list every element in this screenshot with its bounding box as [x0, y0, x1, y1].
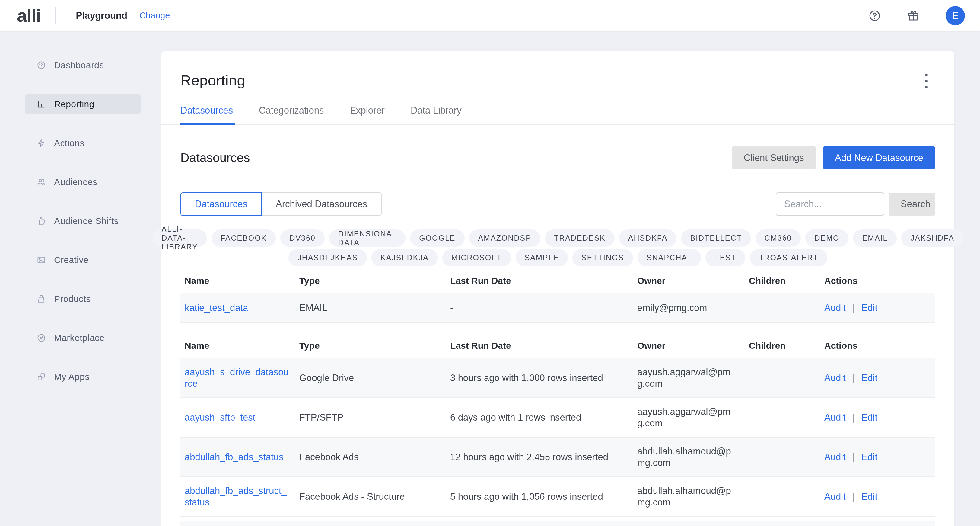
- filter-tag[interactable]: SAMPLE: [515, 249, 568, 266]
- audit-link[interactable]: Audit: [824, 452, 846, 462]
- table-row: aayush_s_drive_datasourceGoogle Drive3 h…: [180, 359, 935, 398]
- filter-tag[interactable]: TRADEDESK: [545, 230, 615, 247]
- sidebar-item-label: Creative: [54, 255, 89, 265]
- reporting-tabs: Datasources Categorizations Explorer Dat…: [161, 105, 955, 125]
- client-name: Playground: [76, 10, 127, 21]
- table-header-row: NameTypeLast Run DateOwnerChildrenAction…: [180, 269, 935, 293]
- filter-tag[interactable]: KAJSFDKJA: [371, 249, 438, 266]
- sidebar-item-audience-shifts[interactable]: Audience Shifts: [25, 211, 141, 231]
- table-row: aayush_sftp_testFTP/SFTP6 days ago with …: [180, 398, 935, 438]
- last-run-cell: -: [450, 303, 637, 313]
- filter-tag[interactable]: JHASDFJKHAS: [288, 249, 367, 266]
- datasource-table: NameTypeLast Run DateOwnerChildrenAction…: [180, 334, 935, 516]
- filter-tag[interactable]: DIMENSIONAL DATA: [329, 230, 406, 247]
- filter-tag[interactable]: FACEBOOK: [212, 230, 276, 247]
- add-new-datasource-button[interactable]: Add New Datasource: [823, 146, 935, 169]
- gauge-icon: [37, 61, 46, 70]
- edit-link[interactable]: Edit: [861, 491, 877, 502]
- edit-link[interactable]: Edit: [861, 303, 877, 313]
- last-run-cell: 12 hours ago with 2,455 rows inserted: [450, 452, 637, 462]
- alli-logo[interactable]: alli: [17, 5, 41, 26]
- sidebar-item-actions[interactable]: Actions: [25, 133, 141, 153]
- edit-link[interactable]: Edit: [861, 452, 877, 462]
- actions-separator: |: [853, 303, 855, 313]
- audit-link[interactable]: Audit: [824, 412, 846, 423]
- audit-link[interactable]: Audit: [824, 303, 846, 313]
- table-row: katie_test_dataEMAIL-emily@pmg.comAudit|…: [180, 293, 935, 323]
- edit-link[interactable]: Edit: [861, 412, 877, 423]
- view-toggle: Datasources Archived Datasources: [180, 192, 382, 216]
- image-icon: [37, 255, 46, 265]
- filter-tag[interactable]: TEST: [705, 249, 745, 266]
- client-settings-button[interactable]: Client Settings: [732, 146, 816, 169]
- filter-tag[interactable]: AHSDKFA: [619, 230, 677, 247]
- sidebar-item-label: Reporting: [54, 99, 94, 109]
- type-cell: FTP/SFTP: [299, 412, 450, 423]
- column-header-run: Last Run Date: [450, 276, 637, 286]
- sidebar-item-dashboards[interactable]: Dashboards: [25, 55, 141, 75]
- gift-icon[interactable]: [907, 10, 920, 22]
- sidebar-item-marketplace[interactable]: Marketplace: [25, 328, 141, 348]
- tab-data-library[interactable]: Data Library: [410, 105, 461, 124]
- datasource-name-link[interactable]: abdullah_fb_ads_status: [185, 451, 283, 463]
- datasource-name-link[interactable]: aayush_sftp_test: [185, 412, 255, 423]
- type-cell: Facebook Ads - Structure: [299, 491, 450, 502]
- table-row-partial: [180, 521, 935, 526]
- filter-tag[interactable]: CM360: [756, 230, 801, 247]
- name-cell: katie_test_data: [185, 302, 299, 314]
- sidebar-item-products[interactable]: Products: [25, 289, 141, 309]
- top-bar: alli Playground Change E: [0, 0, 980, 32]
- filter-tag[interactable]: DV360: [280, 230, 325, 247]
- edit-link[interactable]: Edit: [861, 373, 877, 383]
- search-input[interactable]: [776, 192, 885, 216]
- actions-separator: |: [853, 491, 855, 502]
- filter-tag[interactable]: GOOGLE: [410, 230, 465, 247]
- sidebar-item-creative[interactable]: Creative: [25, 250, 141, 270]
- compass-icon: [37, 333, 46, 343]
- datasource-name-link[interactable]: katie_test_data: [185, 302, 248, 314]
- people-icon: [37, 177, 46, 187]
- audit-link[interactable]: Audit: [824, 491, 846, 502]
- filter-tag[interactable]: SNAPCHAT: [638, 249, 701, 266]
- filter-tag[interactable]: DEMO: [805, 230, 848, 247]
- sidebar-nav: Dashboards Reporting Actions Audiences A…: [0, 32, 161, 526]
- more-options-icon[interactable]: [925, 74, 928, 88]
- sidebar-item-reporting[interactable]: Reporting: [25, 94, 141, 115]
- help-icon[interactable]: [869, 10, 881, 22]
- search-button[interactable]: Search: [889, 193, 935, 216]
- tab-categorizations[interactable]: Categorizations: [259, 105, 324, 124]
- type-cell: Google Drive: [299, 373, 450, 384]
- column-header-type: Type: [299, 341, 450, 351]
- lightning-icon: [37, 138, 46, 148]
- filter-tag[interactable]: EMAIL: [853, 230, 897, 247]
- filter-tags-row-1: ALLI-DATA-LIBRARYFACEBOOKDV360DIMENSIONA…: [161, 230, 955, 247]
- filter-tag[interactable]: AMAZONDSP: [469, 230, 540, 247]
- audit-link[interactable]: Audit: [824, 373, 846, 383]
- table-header-row: NameTypeLast Run DateOwnerChildrenAction…: [180, 334, 935, 359]
- column-header-children: Children: [749, 276, 824, 286]
- toggle-datasources[interactable]: Datasources: [180, 192, 262, 216]
- actions-separator: |: [853, 373, 855, 383]
- column-header-name: Name: [185, 276, 299, 286]
- user-avatar[interactable]: E: [946, 6, 965, 26]
- filter-tag[interactable]: TROAS-ALERT: [750, 249, 827, 266]
- column-header-actions: Actions: [824, 276, 931, 286]
- sidebar-item-audiences[interactable]: Audiences: [25, 172, 141, 192]
- column-header-owner: Owner: [637, 340, 749, 351]
- filter-tag[interactable]: ALLI-DATA-LIBRARY: [153, 230, 207, 247]
- filter-tags-row-2: JHASDFJKHASKAJSFDKJAMICROSOFTSAMPLESETTI…: [161, 249, 955, 266]
- filter-tag[interactable]: BIDTELLECT: [681, 230, 751, 247]
- sidebar-item-my-apps[interactable]: My Apps: [25, 367, 141, 387]
- filter-tag[interactable]: MICROSOFT: [442, 249, 511, 266]
- owner-cell: aayush.aggarwal@pmg.com: [637, 406, 749, 429]
- toggle-archived-datasources[interactable]: Archived Datasources: [262, 192, 382, 216]
- filter-tag[interactable]: JAKSHDFA: [901, 230, 963, 247]
- change-client-link[interactable]: Change: [139, 11, 170, 21]
- datasource-name-link[interactable]: abdullah_fb_ads_struct_status: [185, 485, 290, 508]
- filter-tag[interactable]: SETTINGS: [573, 249, 633, 266]
- tab-explorer[interactable]: Explorer: [350, 105, 384, 124]
- section-title: Datasources: [180, 151, 250, 165]
- tab-datasources[interactable]: Datasources: [180, 105, 233, 124]
- datasource-name-link[interactable]: aayush_s_drive_datasource: [185, 367, 290, 389]
- column-header-name: Name: [185, 341, 299, 351]
